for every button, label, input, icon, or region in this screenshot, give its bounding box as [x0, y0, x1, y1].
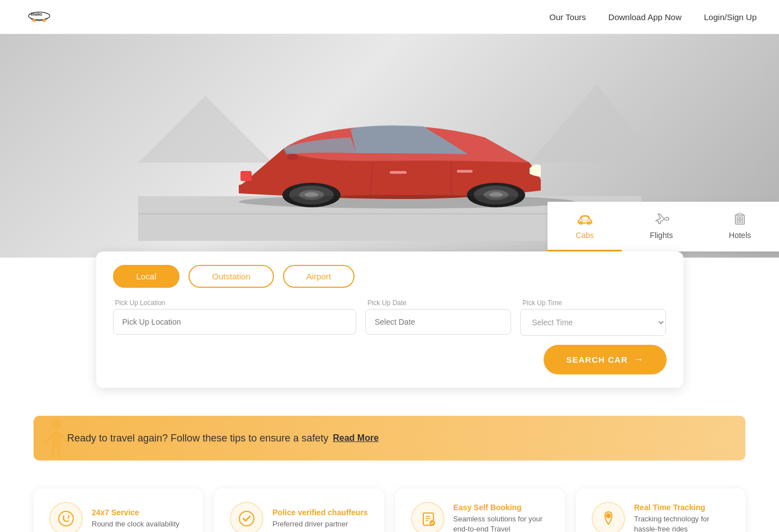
outstation-tab[interactable]: Outstation — [188, 265, 273, 288]
feature-booking-desc: Seamless solutions for your end-to-end T… — [454, 514, 549, 532]
search-car-button[interactable]: SEARCH CAR → — [544, 345, 666, 374]
booking-tabs: Local Outstation Airport — [113, 265, 667, 288]
banner-read-more[interactable]: Read More — [333, 433, 379, 443]
svg-rect-14 — [457, 170, 473, 173]
svg-marker-8 — [138, 96, 272, 163]
navbar: khalko Our Tours Download App Now Login/… — [0, 0, 779, 34]
feature-police: Police verified chauffeurs Preferred dri… — [214, 488, 384, 532]
svg-point-35 — [50, 419, 62, 430]
feature-tracking: Real Time Tracking Tracking technology f… — [576, 488, 745, 532]
logo[interactable]: khalko — [22, 6, 56, 28]
svg-rect-36 — [51, 431, 62, 448]
svg-rect-10 — [287, 154, 298, 160]
tab-hotels[interactable]: Hotels — [701, 202, 779, 251]
svg-line-37 — [45, 435, 51, 444]
local-tab[interactable]: Local — [113, 265, 180, 288]
pickup-time-select[interactable]: Select Time 06:00 AM 07:00 AM 08:00 AM 0… — [520, 309, 666, 336]
pickup-time-group: Pick Up Time Select Time 06:00 AM 07:00 … — [520, 299, 666, 336]
search-section: Cabs Flights — [0, 202, 779, 388]
feature-booking-text: Easy Self Booking Seamless solutions for… — [454, 503, 549, 532]
svg-point-44 — [239, 511, 254, 526]
svg-text:khalko: khalko — [31, 12, 43, 16]
svg-rect-28 — [735, 215, 744, 224]
svg-rect-30 — [740, 217, 743, 219]
features-section: 24x7 Service Round the clock availabilit… — [0, 460, 779, 532]
airport-tab[interactable]: Airport — [283, 265, 355, 288]
svg-point-2 — [34, 20, 35, 21]
booking-icon — [411, 502, 445, 532]
pickup-location-input[interactable] — [113, 309, 356, 335]
cabs-icon — [576, 212, 594, 227]
svg-rect-23 — [240, 171, 252, 181]
svg-marker-9 — [530, 84, 641, 163]
tab-cabs[interactable]: Cabs — [547, 202, 622, 251]
svg-line-39 — [53, 448, 54, 458]
tracking-icon — [592, 502, 625, 532]
flights-icon — [653, 212, 671, 227]
feature-24x7-title: 24x7 Service — [92, 508, 180, 517]
flights-tab-label: Flights — [650, 231, 673, 240]
svg-rect-29 — [737, 217, 739, 219]
nav-our-tours[interactable]: Our Tours — [549, 12, 586, 22]
feature-booking: Easy Self Booking Seamless solutions for… — [395, 488, 565, 532]
search-box: Local Outstation Airport Pick Up Locatio… — [96, 251, 683, 388]
hotels-tab-label: Hotels — [729, 231, 751, 240]
pickup-location-label: Pick Up Location — [113, 299, 356, 307]
feature-booking-title: Easy Self Booking — [454, 503, 549, 512]
pickup-time-label: Pick Up Time — [520, 299, 666, 307]
search-row-bottom: SEARCH CAR → — [113, 345, 667, 374]
svg-point-41 — [59, 511, 73, 526]
svg-rect-13 — [390, 171, 407, 174]
search-fields: Pick Up Location Pick Up Date Pick Up Ti… — [113, 299, 667, 336]
svg-rect-32 — [740, 220, 743, 222]
police-icon — [230, 502, 263, 532]
nav-download-app[interactable]: Download App Now — [608, 12, 682, 22]
pickup-date-group: Pick Up Date — [365, 299, 511, 336]
nav-login[interactable]: Login/Sign Up — [704, 12, 757, 22]
search-arrow-icon: → — [634, 354, 644, 365]
svg-point-50 — [606, 514, 610, 518]
pickup-date-input[interactable] — [365, 309, 511, 335]
svg-rect-27 — [582, 217, 588, 220]
svg-line-40 — [58, 448, 59, 458]
24x7-icon — [49, 502, 83, 532]
hotels-icon — [731, 212, 749, 227]
feature-police-title: Police verified chauffeurs — [272, 508, 367, 517]
feature-24x7-desc: Round the clock availability — [92, 519, 180, 529]
feature-24x7: 24x7 Service Round the clock availabilit… — [34, 488, 203, 532]
tab-flights[interactable]: Flights — [622, 202, 701, 251]
svg-line-43 — [68, 517, 69, 519]
feature-police-text: Police verified chauffeurs Preferred dri… — [272, 508, 367, 529]
nav-links: Our Tours Download App Now Login/Sign Up — [549, 12, 757, 22]
svg-point-4 — [44, 20, 45, 21]
feature-24x7-text: 24x7 Service Round the clock availabilit… — [92, 508, 180, 529]
banner-text: Ready to travel again? Follow these tips… — [67, 433, 328, 444]
safety-banner: Ready to travel again? Follow these tips… — [34, 416, 745, 460]
search-car-label: SEARCH CAR — [566, 355, 627, 364]
feature-tracking-text: Real Time Tracking Tracking technology f… — [634, 503, 730, 532]
feature-tracking-desc: Tracking technology for hassle-free ride… — [634, 514, 730, 532]
pickup-location-group: Pick Up Location — [113, 299, 356, 336]
cabs-tab-label: Cabs — [575, 231, 594, 240]
svg-rect-31 — [737, 220, 739, 222]
feature-police-desc: Preferred driver partner — [272, 519, 367, 529]
feature-tracking-title: Real Time Tracking — [634, 503, 730, 512]
pickup-date-label: Pick Up Date — [365, 299, 511, 307]
